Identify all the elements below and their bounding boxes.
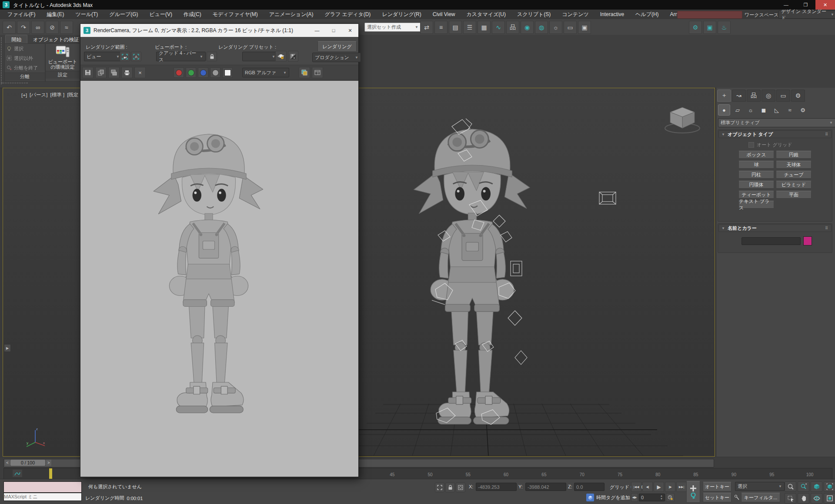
lock-viewport-icon[interactable] [207, 52, 217, 61]
render-production-icon[interactable]: ♨ [718, 21, 731, 34]
zoom-icon[interactable] [785, 481, 796, 492]
menu-item-15[interactable]: ヘルプ(H) [630, 10, 665, 20]
category-shapes-icon[interactable]: ▱ [732, 105, 743, 115]
align-icon[interactable]: ≡ [434, 21, 448, 34]
workspace-dropdown[interactable]: デザイン スタンダード▼ [778, 10, 835, 19]
unlink-selection-icon[interactable]: ⊘ [46, 21, 59, 34]
clear-image-icon[interactable]: × [134, 67, 146, 78]
schematic-view-icon[interactable]: 品 [506, 21, 519, 34]
key-mode-toggle-icon[interactable]: ◀▶ [631, 493, 638, 502]
transform-type-in-icon[interactable] [456, 483, 465, 492]
viewport-character-model[interactable] [414, 129, 530, 424]
displays-icon[interactable]: ▭ [564, 21, 577, 34]
object-button-3[interactable]: 天球体 [776, 161, 812, 169]
color-correction-icon[interactable] [299, 67, 310, 78]
selection-set-filter-dropdown[interactable]: 選択▼ [735, 482, 785, 491]
layer-explorer-icon[interactable]: ▤ [449, 21, 462, 34]
selection-lock-icon[interactable] [445, 483, 455, 492]
ribbon-drag-handle[interactable] [1, 37, 3, 84]
redo-icon[interactable]: ↷ [17, 21, 30, 34]
menu-item-2[interactable]: ツール(T) [70, 10, 104, 20]
auto-key-button[interactable]: オートキー [703, 482, 731, 491]
panel-tab-hierarchy-icon[interactable]: 品 [747, 90, 761, 102]
autogrid-checkbox-row[interactable]: オート グリッド [748, 142, 832, 148]
ribbon-tab-start[interactable]: 開始 [5, 35, 27, 44]
object-name-input[interactable] [741, 237, 801, 245]
menu-item-11[interactable]: カスタマイズ(U) [461, 10, 511, 20]
rendered-image[interactable] [80, 81, 358, 477]
x-coord-field[interactable]: -4839.253 [476, 483, 517, 491]
end-isolate-item[interactable]: 分離を終了 [5, 63, 45, 73]
render-setup-icon[interactable]: ⚙ [689, 21, 702, 34]
viewcube[interactable] [662, 104, 702, 135]
render-range-dropdown[interactable]: ビュー▼ [84, 52, 122, 61]
object-button-7[interactable]: ピラミッド [776, 181, 812, 189]
go-to-start-button[interactable]: |◀◀ [631, 482, 641, 492]
viewport-settings-item[interactable]: ビューポートの環境設定 [46, 45, 80, 70]
category-space-warps-icon[interactable]: ≈ [784, 105, 795, 115]
current-frame-field[interactable]: 0 ▲▼ [639, 494, 665, 501]
category-geometry-icon[interactable]: ● [718, 104, 730, 116]
category-helpers-icon[interactable]: ◺ [771, 105, 782, 115]
category-cameras-icon[interactable]: ◼ [758, 105, 769, 115]
environment-exposure-icon[interactable] [288, 51, 298, 62]
menu-item-12[interactable]: スクリプト(S) [511, 10, 556, 20]
viewport-layout-tab[interactable]: ▶ [4, 344, 11, 352]
next-frame-button[interactable]: |▶ [665, 482, 675, 492]
orbit-icon[interactable] [811, 493, 822, 504]
panel-tab-motion-icon[interactable]: ◎ [762, 90, 775, 102]
object-button-4[interactable]: 円柱 [738, 171, 774, 179]
menu-item-10[interactable]: Civil View [427, 10, 461, 19]
ribbon-group-label-settings[interactable]: 設定 [46, 71, 80, 79]
isolate-unselect-item[interactable]: 選択以外 [5, 53, 45, 63]
set-keys-button[interactable] [686, 481, 700, 503]
maxscript-mini-listener[interactable]: MAXScript ミニ [3, 493, 82, 501]
zoom-extents-all-icon[interactable] [824, 481, 835, 492]
menu-item-6[interactable]: モディファイヤ(M) [207, 10, 264, 20]
rfw-viewport-dropdown[interactable]: クアッド 4 - パース▼ [156, 52, 206, 61]
material-map-navigator-icon[interactable]: ◍ [535, 21, 548, 34]
zoom-all-icon[interactable] [798, 481, 809, 492]
category-systems-icon[interactable]: ⚙ [797, 105, 808, 115]
menu-item-13[interactable]: コンテンツ [556, 10, 594, 20]
rfw-title-bar[interactable]: 3 RenderCamera, フレーム 0, ガンマ表示 : 2.2, RGB… [80, 24, 358, 37]
time-configuration-icon[interactable] [666, 493, 675, 502]
render-mode-dropdown[interactable]: プロダクション▼ [312, 53, 361, 62]
render-button[interactable]: レンダリング [317, 41, 357, 52]
z-coord-field[interactable]: 0.0 [574, 483, 605, 491]
rfw-minimize-button[interactable]: — [309, 28, 325, 33]
green-channel-icon[interactable] [186, 67, 196, 78]
set-key-button[interactable]: セットキー [703, 493, 731, 502]
object-button-5[interactable]: チューブ [776, 171, 812, 179]
bind-to-space-warp-icon[interactable]: ≈ [60, 21, 73, 34]
auto-region-icon[interactable]: A [131, 52, 141, 61]
copy-image-icon[interactable] [95, 67, 107, 78]
ribbon-tab-object-validation[interactable]: オブジェクトの検証 [27, 35, 84, 44]
panel-tab-utilities-icon[interactable]: ⚙ [791, 90, 805, 102]
panel-tab-create-icon[interactable]: ＋ [717, 90, 731, 102]
channel-display-dropdown[interactable]: RGB アルファ▼ [242, 68, 289, 77]
rendered-frame-window-icon[interactable]: ▣ [703, 21, 716, 34]
material-editor-icon[interactable]: ◉ [521, 21, 534, 34]
time-slider-handle[interactable]: 0 / 100 [10, 460, 45, 466]
object-button-6[interactable]: 円環体 [738, 181, 774, 189]
add-time-tag[interactable]: 時間タグを追加 [586, 494, 630, 501]
default-in-out-tangent-icon[interactable] [734, 494, 740, 501]
rfw-maximize-button[interactable]: □ [325, 28, 342, 33]
render-preset-dropdown[interactable]: ▼ [242, 52, 278, 61]
menu-item-0[interactable]: ファイル(F) [2, 10, 41, 20]
edit-region-icon[interactable] [120, 52, 130, 61]
zoom-region-icon[interactable] [785, 493, 796, 504]
previous-frame-button[interactable]: ◀| [642, 482, 653, 492]
autogrid-checkbox[interactable] [748, 142, 754, 148]
panel-tab-modify-icon[interactable]: ↝ [732, 90, 746, 102]
y-coord-field[interactable]: -3988.042 [525, 483, 566, 491]
object-button-8[interactable]: ティーポット [738, 191, 774, 199]
name-color-rollout-header[interactable]: ▼ 名前とカラー ⠿ [718, 224, 832, 232]
current-frame-marker[interactable] [49, 468, 52, 479]
menu-item-9[interactable]: レンダリング(R) [376, 10, 427, 20]
alpha-channel-icon[interactable] [222, 67, 233, 78]
panel-tab-display-icon[interactable]: ▭ [776, 90, 790, 102]
light-lister-icon[interactable]: ☼ [549, 21, 562, 34]
undo-icon[interactable]: ↶ [3, 21, 16, 34]
